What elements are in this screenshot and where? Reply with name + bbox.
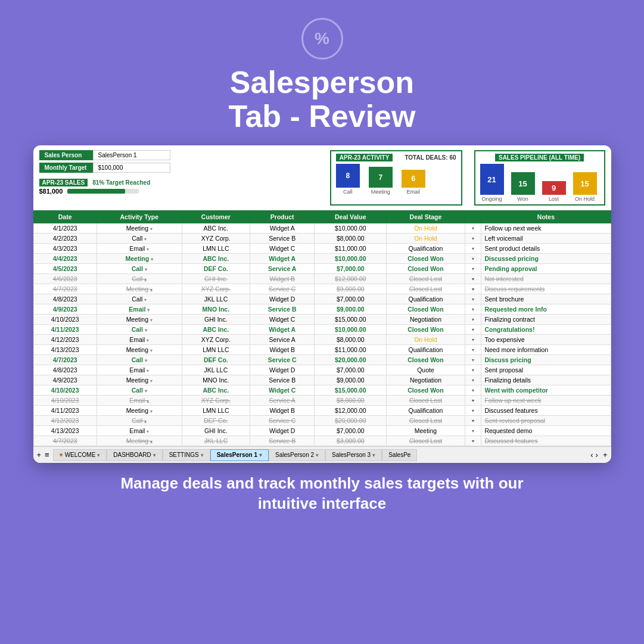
pipeline-onhold-label: On Hold [575,196,595,202]
pipeline-block: SALES PIPELINE (ALL TIME) 21 Ongoing 15 … [474,150,605,206]
cell-dropdown[interactable]: ▾ [465,406,481,416]
cell-dropdown[interactable]: ▾ [465,284,481,294]
progress-bar [67,189,139,194]
cell-dropdown[interactable]: ▾ [465,335,481,345]
cell-dropdown[interactable]: ▾ [465,304,481,315]
cell-stage: Meeting [387,426,465,436]
cell-product: Service B [250,304,314,315]
cell-stage: Qualification [387,244,465,254]
cell-date: 4/10/2023 [33,396,97,406]
cell-type: Meeting ▾ [97,254,182,264]
cell-dropdown[interactable]: ▾ [465,294,481,304]
col-activity-type: Activity Type [97,211,182,223]
cell-notes: Need more information [481,345,611,355]
cell-type: Call ▾ [97,355,182,365]
top-info-bar: Sales Person SalesPerson 1 Monthly Targe… [33,145,611,210]
cell-dropdown[interactable]: ▾ [465,264,481,274]
tab-welcome[interactable]: ♥ WELCOME ▾ [53,449,107,461]
monthly-target-value: $100,000 [93,163,170,173]
cell-date: 4/10/2023 [33,315,97,325]
cell-notes: Too expensive [481,335,611,345]
cell-notes: Congratulations! [481,325,611,335]
cell-dropdown[interactable]: ▾ [465,365,481,375]
cell-date: 4/6/2023 [33,274,97,284]
pipeline-onhold: 15 On Hold [573,172,597,202]
cell-dropdown[interactable]: ▾ [465,254,481,264]
bar-meeting-box: 7 [369,167,393,188]
tab-settings[interactable]: SETTINGS ▾ [163,449,210,461]
add-tab-icon[interactable]: + [37,450,42,459]
cell-customer: JKL LLC [182,365,250,375]
tab-salesperson1[interactable]: SalesPerson 1 ▾ [210,449,269,461]
cell-value: $7,000.00 [315,426,387,436]
cell-dropdown[interactable]: ▾ [465,385,481,396]
cell-dropdown[interactable]: ▾ [465,315,481,325]
cell-product: Widget C [250,315,314,325]
monthly-target-label: Monthly Target [39,163,93,173]
table-row: 4/10/2023 Meeting ▾ GHI Inc. Widget C $1… [33,315,611,325]
cell-dropdown[interactable]: ▾ [465,436,481,446]
cell-dropdown[interactable]: ▾ [465,426,481,436]
cell-dropdown[interactable]: ▾ [465,234,481,244]
cell-dropdown[interactable]: ▾ [465,355,481,365]
cell-dropdown[interactable]: ▾ [465,325,481,335]
table-row: 4/5/2023 Call ▾ DEF Co. Service A $7,000… [33,264,611,274]
activity-bars: 8 Call 7 Meeting 6 Email [336,164,425,195]
cell-customer: DEF Co. [182,264,250,274]
cell-date: 4/9/2023 [33,304,97,315]
cell-notes: Finalizing details [481,375,611,385]
cell-type: Call ▾ [97,385,182,396]
pipeline-lost-box: 9 [542,181,566,195]
cell-customer: LMN LLC [182,244,250,254]
cell-dropdown[interactable]: ▾ [465,416,481,426]
bar-email-label: Email [407,189,421,195]
cell-dropdown[interactable]: ▾ [465,244,481,254]
col-notes: Notes [481,211,611,223]
cell-type: Meeting ▾ [97,284,182,294]
cell-product: Service A [250,264,314,274]
cell-dropdown[interactable]: ▾ [465,223,481,234]
table-body: 4/1/2023 Meeting ▾ ABC Inc. Widget A $10… [33,223,611,446]
cell-value: $11,000.00 [315,244,387,254]
cell-stage: Qualification [387,406,465,416]
bar-call: 8 Call [336,164,360,195]
cell-dropdown[interactable]: ▾ [465,345,481,355]
table-row: 4/1/2023 Meeting ▾ ABC Inc. Widget A $10… [33,223,611,234]
cell-value: $11,000.00 [315,345,387,355]
table-row: 4/11/2023 Meeting ▾ LMN LLC Widget B $12… [33,406,611,416]
nav-left-icon[interactable]: ‹ [590,450,593,459]
cell-dropdown[interactable]: ▾ [465,396,481,406]
cell-customer: GHI Inc. [182,274,250,284]
sales-amount: $81,000 [39,188,63,195]
cell-date: 4/7/2023 [33,284,97,294]
cell-product: Widget C [250,385,314,396]
cell-product: Widget A [250,223,314,234]
tab-salesperson3[interactable]: SalesPerson 3 ▾ [325,449,382,461]
cell-date: 4/8/2023 [33,294,97,304]
tab-salespe[interactable]: SalesPe [382,449,417,461]
nav-right-icon[interactable]: › [596,450,598,459]
tab-salesperson2[interactable]: SalesPerson 2 ▾ [269,449,325,461]
menu-icon[interactable]: ≡ [45,450,49,459]
cell-date: 4/10/2023 [33,385,97,396]
pipeline-won-box: 15 [511,172,535,195]
cell-date: 4/2/2023 [33,234,97,244]
cell-product: Widget D [250,294,314,304]
cell-value: $10,000.00 [315,254,387,264]
cell-customer: XYZ Corp. [182,396,250,406]
cell-value: $7,000.00 [315,365,387,375]
sales-period: APR-23 SALES [39,179,88,186]
col-product: Product [250,211,314,223]
cell-type: Call ▾ [97,294,182,304]
cell-dropdown[interactable]: ▾ [465,274,481,284]
cell-product: Widget B [250,406,314,416]
col-customer: Customer [182,211,250,223]
cell-date: 4/7/2023 [33,355,97,365]
salesperson-value: SalesPerson 1 [93,150,170,160]
pipeline-won-label: Won [517,196,528,202]
activity-block: APR-23 ACTIVITY TOTAL DEALS: 60 8 Call 7… [330,150,462,206]
tab-dashboard[interactable]: DASHBOARD ▾ [107,449,162,461]
cell-dropdown[interactable]: ▾ [465,375,481,385]
table-row: 4/6/2023 Call ▾ GHI Inc. Widget B $12,00… [33,274,611,284]
add-sheet-icon[interactable]: + [603,450,608,459]
